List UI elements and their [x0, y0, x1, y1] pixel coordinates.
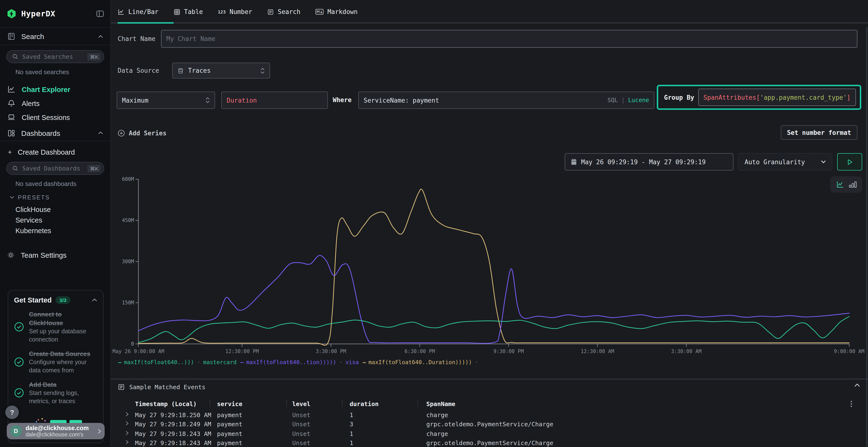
date-range-picker[interactable]: May 26 09:29:19 - May 27 09:29:19: [565, 153, 734, 171]
cell-level: Unset: [292, 410, 310, 419]
cell-service: payment: [217, 438, 242, 447]
checklist-subtitle: Set up your database connection: [29, 328, 91, 343]
field-input[interactable]: [227, 92, 322, 108]
sidebar-item-alerts[interactable]: Alerts: [0, 96, 111, 110]
column-separator[interactable]: [342, 400, 342, 407]
chart-name-input[interactable]: [166, 30, 852, 47]
get-started-title: Get Started: [14, 296, 52, 304]
field-input-box: [221, 92, 328, 109]
timeseries-chart: 0150M300M450M600MMay 26 9:00:00 AM12:30:…: [111, 173, 868, 359]
alerts-label: Alerts: [22, 100, 39, 107]
preset-kubernetes[interactable]: Kubernetes: [16, 226, 111, 236]
where-input[interactable]: [364, 92, 607, 108]
dashboards-label: Dashboards: [21, 129, 60, 137]
sql-mode-toggle[interactable]: SQL: [607, 97, 618, 104]
user-email: dale@clickhouse.com: [26, 424, 89, 431]
line-chart-icon[interactable]: [836, 181, 844, 188]
chevron-up-icon[interactable]: [92, 298, 97, 302]
tab-table[interactable]: Table: [173, 8, 203, 15]
svg-text:6:30:00 PM: 6:30:00 PM: [405, 348, 435, 354]
sample-events-header: Sample Matched Events: [118, 381, 206, 392]
legend-separator: ·: [339, 359, 343, 366]
tab-number[interactable]: 123 Number: [218, 8, 252, 15]
checklist-item-sources[interactable]: Create Data Sources Configure where your…: [14, 349, 97, 374]
chart-name-label: Chart Name: [118, 35, 161, 42]
aggregation-select[interactable]: Maximum: [117, 92, 215, 109]
chart-explorer-label: Chart Explorer: [22, 85, 70, 93]
group-by-input[interactable]: SpanAttributes['app.payment.card_type']: [698, 89, 856, 106]
scrollbar[interactable]: [866, 27, 868, 447]
svg-text:9:30:00 PM: 9:30:00 PM: [493, 348, 524, 354]
data-source-select[interactable]: Traces: [172, 63, 270, 78]
confetti-icon: [35, 418, 97, 423]
presets-toggle[interactable]: PRESETS: [10, 194, 111, 201]
plus-icon: +: [8, 148, 12, 156]
tab-label: Markdown: [328, 8, 358, 15]
col-spanname[interactable]: SpanName: [426, 399, 455, 409]
search-section-label: Search: [21, 32, 44, 40]
no-saved-searches-text: No saved searches: [16, 68, 111, 76]
event-row[interactable]: May 27 9:29:18.250 AM payment Unset 1 ch…: [111, 410, 868, 419]
expand-row-icon[interactable]: [125, 440, 129, 445]
bar-chart-icon[interactable]: [848, 181, 857, 188]
expand-row-icon[interactable]: [125, 412, 129, 417]
expand-row-icon[interactable]: [125, 421, 129, 426]
collapse-section-icon[interactable]: [854, 383, 860, 387]
divider: [0, 141, 111, 141]
create-dashboard-button[interactable]: + Create Dashboard: [8, 146, 111, 158]
gear-icon: [7, 251, 15, 259]
tab-label: Number: [229, 8, 252, 15]
sidebar-item-client-sessions[interactable]: Client Sessions: [0, 110, 111, 124]
lucene-mode-toggle[interactable]: Lucene: [628, 97, 649, 104]
checklist-item-connect[interactable]: Connect to ClickHouse Set up your databa…: [14, 310, 97, 343]
bell-icon: [7, 99, 16, 107]
help-button[interactable]: ?: [5, 406, 19, 419]
chart-name-field: [161, 30, 858, 48]
section-divider: [111, 379, 868, 380]
sidebar-section-dashboards[interactable]: Dashboards: [0, 125, 111, 141]
tab-markdown[interactable]: Markdown: [315, 8, 358, 15]
column-separator[interactable]: [417, 400, 418, 407]
legend-line-swatch: —: [363, 359, 366, 366]
checklist-subtitle: Configure where your data comes from: [29, 358, 91, 374]
user-account-chip[interactable]: D dale@clickhouse.com dale@clickhouse.co…: [7, 423, 105, 439]
checklist-item-add-data[interactable]: Add Data Start sending logs, metrics, or…: [14, 380, 97, 405]
col-level[interactable]: level: [292, 399, 310, 409]
sidebar-item-team-settings[interactable]: Team Settings: [0, 248, 111, 262]
sidebar-section-search[interactable]: Search: [0, 28, 111, 45]
tab-search[interactable]: Search: [267, 8, 301, 15]
saved-searches-input[interactable]: Saved Searches ⌘K: [6, 50, 104, 63]
column-separator[interactable]: [210, 400, 210, 407]
chevron-down-icon: [821, 160, 826, 164]
cell-spanname: grpc.oteldemo.PaymentService/Charge: [426, 438, 553, 447]
event-row[interactable]: May 27 9:29:18.249 AM payment Unset 3 gr…: [111, 419, 868, 429]
set-number-format-button[interactable]: Set number format: [781, 125, 858, 140]
event-row[interactable]: May 27 9:29:18.243 AM payment Unset 1 ch…: [111, 429, 868, 438]
table-menu-icon[interactable]: [850, 403, 852, 405]
granularity-select[interactable]: Auto Granularity: [738, 153, 832, 171]
saved-dashboards-input[interactable]: Saved Dashboards ⌘K: [6, 162, 104, 175]
add-series-button[interactable]: Add Series: [118, 126, 166, 140]
list-icon: [118, 383, 125, 390]
sidebar-collapse-icon[interactable]: [96, 10, 104, 18]
expand-row-icon[interactable]: [125, 431, 129, 436]
col-service[interactable]: service: [217, 399, 242, 409]
column-separator[interactable]: [286, 400, 287, 407]
sidebar-item-chart-explorer[interactable]: Chart Explorer: [0, 82, 111, 96]
cell-timestamp: May 27 9:29:18.243 AM: [135, 429, 211, 438]
client-sessions-label: Client Sessions: [22, 113, 70, 121]
calendar-icon: [571, 159, 577, 165]
svg-text:12:30:00 AM: 12:30:00 AM: [581, 348, 614, 354]
preset-clickhouse[interactable]: ClickHouse: [16, 204, 111, 215]
tab-line-bar[interactable]: Line/Bar: [118, 8, 158, 15]
tab-label: Table: [184, 8, 203, 15]
preset-services[interactable]: Services: [16, 215, 111, 226]
presets-label: PRESETS: [18, 194, 50, 201]
event-row[interactable]: May 27 9:29:18.243 AM payment Unset 1 gr…: [111, 438, 868, 447]
run-query-button[interactable]: [837, 153, 862, 171]
cell-level: Unset: [292, 429, 310, 438]
laptop-icon: [7, 113, 16, 122]
col-duration[interactable]: duration: [350, 399, 378, 409]
main-content: Line/Bar Table 123 Number Search Markdow…: [111, 0, 868, 447]
col-timestamp[interactable]: Timestamp (Local): [135, 399, 197, 409]
